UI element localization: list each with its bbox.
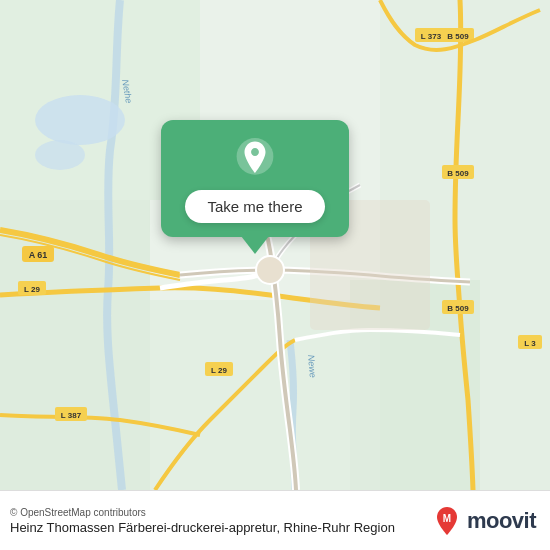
svg-text:B 509: B 509 xyxy=(447,169,469,178)
svg-text:L 29: L 29 xyxy=(24,285,40,294)
bottom-bar: © OpenStreetMap contributors Heinz Thoma… xyxy=(0,490,550,550)
svg-text:A 61: A 61 xyxy=(29,250,48,260)
svg-text:L 29: L 29 xyxy=(211,366,227,375)
svg-point-6 xyxy=(35,95,125,145)
svg-text:M: M xyxy=(443,513,451,524)
svg-text:Newe: Newe xyxy=(306,354,318,378)
moovit-logo: M moovit xyxy=(431,505,536,537)
location-pin-icon xyxy=(234,138,276,180)
osm-credit: © OpenStreetMap contributors xyxy=(10,507,395,518)
location-name: Heinz Thomassen Färberei-druckerei-appre… xyxy=(10,520,395,535)
callout-box[interactable]: Take me there xyxy=(161,120,348,237)
svg-text:B 509: B 509 xyxy=(447,32,469,41)
svg-point-7 xyxy=(35,140,85,170)
map-background: A 61 L 29 L 29 L 387 B 509 B 509 B 509 L… xyxy=(0,0,550,490)
moovit-icon: M xyxy=(431,505,463,537)
callout: Take me there xyxy=(155,120,355,254)
svg-point-26 xyxy=(256,256,284,284)
svg-text:L 373: L 373 xyxy=(421,32,442,41)
svg-text:L 387: L 387 xyxy=(61,411,82,420)
svg-rect-2 xyxy=(0,200,150,490)
map-container: A 61 L 29 L 29 L 387 B 509 B 509 B 509 L… xyxy=(0,0,550,490)
bottom-left: © OpenStreetMap contributors Heinz Thoma… xyxy=(10,507,395,535)
svg-text:B 509: B 509 xyxy=(447,304,469,313)
take-me-there-button[interactable]: Take me there xyxy=(185,190,324,223)
moovit-text: moovit xyxy=(467,508,536,534)
svg-text:L 3: L 3 xyxy=(524,339,536,348)
